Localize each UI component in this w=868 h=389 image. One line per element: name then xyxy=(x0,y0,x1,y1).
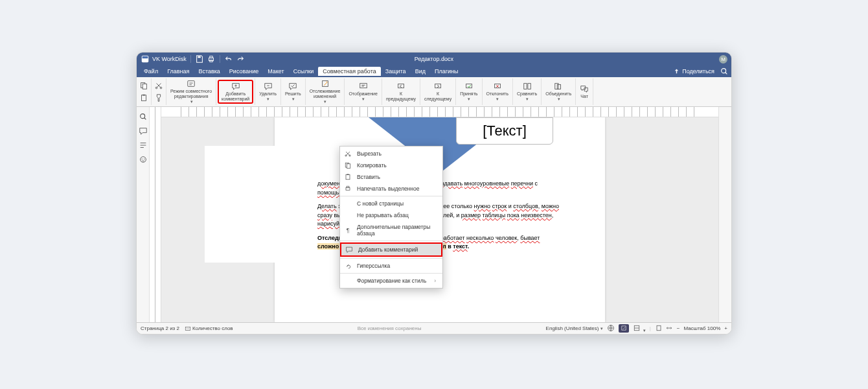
chat-button[interactable]: Чат xyxy=(577,84,591,100)
svg-rect-21 xyxy=(527,84,530,89)
svg-rect-14 xyxy=(322,81,328,87)
display-icon xyxy=(359,82,368,91)
cm-format-style[interactable]: Форматирование как стиль› xyxy=(340,275,442,287)
fit-page-icon[interactable] xyxy=(655,324,663,333)
menu-protect[interactable]: Защита xyxy=(381,67,411,76)
format-painter-icon[interactable] xyxy=(154,93,163,102)
svg-point-6 xyxy=(722,69,726,73)
pilcrow-icon: ¶ xyxy=(344,226,352,234)
svg-rect-10 xyxy=(143,95,145,96)
cm-no-break[interactable]: Не разрывать абзац xyxy=(340,209,442,221)
compare-icon xyxy=(523,82,532,91)
menu-view[interactable]: Вид xyxy=(411,67,430,76)
app-logo-icon xyxy=(141,54,150,64)
next-icon xyxy=(433,82,442,91)
menu-home[interactable]: Главная xyxy=(163,67,194,76)
copy-icon[interactable] xyxy=(139,81,148,90)
zoom-out-icon[interactable]: − xyxy=(677,325,680,331)
horizontal-ruler xyxy=(161,107,718,117)
svg-rect-15 xyxy=(360,84,367,88)
save-status: Все изменения сохранены xyxy=(238,325,541,331)
accept-icon xyxy=(464,82,474,91)
svg-rect-48 xyxy=(346,188,350,191)
zoom-in-icon[interactable]: + xyxy=(724,325,727,331)
copy-icon xyxy=(344,161,352,169)
cm-hyperlink[interactable]: Гиперссылка xyxy=(340,260,442,272)
svg-rect-41 xyxy=(657,325,661,331)
next-button[interactable]: К следующему xyxy=(422,81,454,102)
menu-insert[interactable]: Вставка xyxy=(194,67,224,76)
prev-button[interactable]: К предыдущему xyxy=(383,81,418,102)
spellcheck-icon[interactable] xyxy=(607,324,615,333)
svg-rect-16 xyxy=(398,84,404,88)
reject-icon xyxy=(493,82,502,91)
print-icon xyxy=(344,185,352,193)
chat-icon xyxy=(580,84,589,93)
compare-button[interactable]: Сравнить▾ xyxy=(514,81,540,102)
track-changes-badge[interactable] xyxy=(619,324,629,333)
remove-comment-icon xyxy=(264,82,273,91)
share-label: Поделиться xyxy=(682,68,714,75)
search-icon[interactable] xyxy=(720,67,729,76)
track-changes-icon xyxy=(321,79,330,88)
svg-rect-23 xyxy=(557,85,560,89)
accept-button[interactable]: Принять▾ xyxy=(457,81,480,102)
combine-button[interactable]: Объединить▾ xyxy=(543,81,574,102)
paste-icon[interactable] xyxy=(139,93,148,102)
user-avatar[interactable]: M xyxy=(719,55,727,64)
word-count[interactable]: Количество слов xyxy=(185,325,233,332)
svg-point-27 xyxy=(144,158,144,159)
language-selector[interactable]: English (United States) ▾ xyxy=(546,325,604,331)
zoom-level[interactable]: Масштаб 100% xyxy=(683,325,720,331)
resolve-icon xyxy=(288,82,297,91)
menu-collaboration[interactable]: Совместная работа xyxy=(318,67,380,76)
svg-rect-47 xyxy=(347,174,349,176)
menu-layout[interactable]: Макет xyxy=(263,67,288,76)
svg-rect-4 xyxy=(210,56,212,58)
menu-draw[interactable]: Рисование xyxy=(225,67,263,76)
cm-paste[interactable]: Вставить xyxy=(340,171,442,183)
add-comment-button[interactable]: Добавить комментарий xyxy=(218,80,253,103)
headings-tool-icon[interactable] xyxy=(139,141,148,150)
track-changes-button[interactable]: Отслеживание изменений▾ xyxy=(307,78,343,104)
titlebar: VK WorkDisk Редактор.docx M xyxy=(137,53,731,65)
cm-more-paragraph[interactable]: ¶Дополнительные параметры абзаца xyxy=(340,221,442,239)
svg-rect-13 xyxy=(188,81,195,87)
paste-icon xyxy=(344,173,352,181)
display-button[interactable]: Отображение▾ xyxy=(346,81,380,102)
svg-rect-39 xyxy=(622,326,626,330)
menu-references[interactable]: Ссылки xyxy=(289,67,319,76)
ribbon: Режим совместного редактирования▾ Добави… xyxy=(137,77,731,107)
resolve-button[interactable]: Решить▾ xyxy=(282,81,304,102)
reject-button[interactable]: Отклонить▾ xyxy=(484,81,511,102)
menubar: Файл Главная Вставка Рисование Макет Ссы… xyxy=(137,65,731,77)
track-mode-icon[interactable]: ▾ xyxy=(633,324,645,333)
save-icon[interactable] xyxy=(195,54,204,64)
cut-icon xyxy=(344,150,352,158)
cm-copy[interactable]: Копировать xyxy=(340,159,442,171)
doc-text-mask xyxy=(205,146,307,263)
print-icon[interactable] xyxy=(207,54,216,64)
cm-cut[interactable]: Вырезать xyxy=(340,148,442,159)
statusbar: Страница 2 из 2 Количество слов Все изме… xyxy=(137,322,731,334)
comments-tool-icon[interactable] xyxy=(139,126,148,136)
remove-comment-button[interactable]: Удалить▾ xyxy=(257,81,279,102)
feedback-tool-icon[interactable] xyxy=(139,155,148,164)
menu-plugins[interactable]: Плагины xyxy=(430,67,463,76)
cm-print-selection[interactable]: Напечатать выделенное xyxy=(340,183,442,194)
text-box[interactable]: [Текст] xyxy=(456,117,553,145)
menu-file[interactable]: Файл xyxy=(139,67,163,76)
svg-point-25 xyxy=(140,157,146,163)
edit-mode-icon xyxy=(187,79,196,88)
cm-add-comment[interactable]: Добавить комментарий xyxy=(340,242,442,257)
page-indicator[interactable]: Страница 2 из 2 xyxy=(141,325,179,331)
cm-new-page[interactable]: С новой страницы xyxy=(340,198,442,209)
cut-icon[interactable] xyxy=(154,81,163,90)
fit-width-icon[interactable] xyxy=(665,324,673,333)
share-button[interactable]: Поделиться xyxy=(670,67,717,76)
find-tool-icon[interactable] xyxy=(139,112,148,121)
redo-icon[interactable] xyxy=(236,54,245,64)
edit-mode-button[interactable]: Режим совместного редактирования▾ xyxy=(168,78,214,104)
svg-rect-17 xyxy=(435,84,441,88)
undo-icon[interactable] xyxy=(224,54,233,64)
